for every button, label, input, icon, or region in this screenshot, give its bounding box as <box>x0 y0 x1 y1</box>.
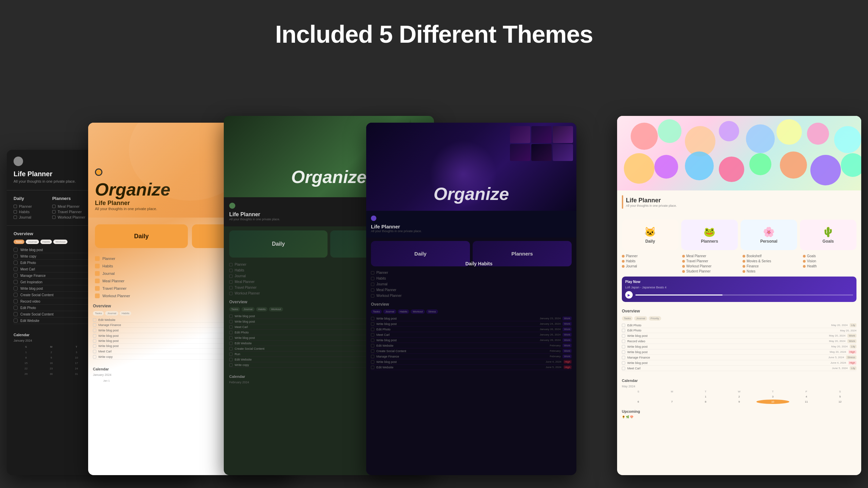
purple-tagline: All your thoughts in one private place. <box>371 229 572 233</box>
purple-filter-med[interactable]: Stress <box>426 309 438 314</box>
kawaii-nav-planner[interactable]: Planner <box>622 253 675 259</box>
purple-nav-habits[interactable]: Habits <box>371 276 572 281</box>
kawaii-nav-health[interactable]: Health <box>803 264 856 269</box>
purple-btn-daily[interactable]: Daily <box>371 241 470 266</box>
music-play-button[interactable]: ▶ <box>625 291 633 299</box>
theme-kawaii[interactable]: Life Planner All your thoughts in one pr… <box>617 116 861 475</box>
dc-31: 31 <box>64 371 89 377</box>
purple-row-6: Edit Website February Work <box>371 343 572 348</box>
dc-16: 16 <box>39 361 63 366</box>
kawaii-nav-dot-meal <box>682 255 685 258</box>
purple-row-4: Meet Carl January 26, 2024 Work <box>371 332 572 338</box>
kawaii-nav-vision[interactable]: Vision <box>803 259 856 264</box>
kawaii-overview-title: Overview <box>622 309 856 313</box>
music-progress-bar[interactable] <box>635 294 853 296</box>
orange-cal-h3 <box>149 379 176 383</box>
dark-nav-journal[interactable]: Journal <box>14 215 32 220</box>
kawaii-blob-9 <box>624 153 654 184</box>
kawaii-nav-notes[interactable]: Notes <box>743 269 796 274</box>
filter-journal[interactable]: Journal <box>26 240 39 244</box>
kawaii-filter-themes[interactable]: Priority <box>649 316 661 321</box>
lofi-btn-daily[interactable]: Daily <box>229 230 328 258</box>
kc-5: 3 <box>756 394 789 399</box>
kawaii-nav-meal[interactable]: Meal Planner <box>682 253 736 259</box>
lofi-filter-habits[interactable]: Habits <box>256 307 268 311</box>
kc-7: 5 <box>824 394 856 399</box>
purple-nav-workout[interactable]: Workout Planner <box>371 293 572 299</box>
kawaii-nav-bookshelf[interactable]: Bookshelf <box>743 253 796 259</box>
purple-filter-journal[interactable]: Journal <box>383 309 396 314</box>
lofi-filter-workout[interactable]: Workout <box>269 307 283 311</box>
dark-logo <box>14 157 23 166</box>
dc-1: 1 <box>14 350 38 355</box>
kawaii-btn-goals[interactable]: 🌵 Goals <box>800 220 856 250</box>
kawaii-nav-goals[interactable]: Goals <box>803 253 856 259</box>
kc-6: 4 <box>790 394 823 399</box>
dc-22: 22 <box>14 366 38 371</box>
kawaii-row-7: Manage Finance June 5, 2024 Stress <box>622 355 856 360</box>
filter-tasks[interactable]: Tasks <box>14 240 24 244</box>
orange-cal-h4 <box>176 379 203 383</box>
purple-nav-journal[interactable]: Journal <box>371 281 572 287</box>
orange-filter-journal[interactable]: Journal <box>105 311 118 316</box>
purple-nav-planner[interactable]: Planner <box>371 270 572 276</box>
kawaii-nav-travel[interactable]: Travel Planner <box>682 259 736 264</box>
orange-filter-habits[interactable]: Habits <box>120 311 132 316</box>
dark-nav-workout[interactable]: Workout Planner <box>52 215 85 220</box>
dark-nav-daily-header: Daily <box>14 196 32 201</box>
theme-purple[interactable]: Life Planner All your thoughts in one pr… <box>366 123 576 475</box>
purple-row-3: Edit Photo January 26, 2024 Work <box>371 327 572 332</box>
dark-nav-planner[interactable]: Planner <box>14 204 32 209</box>
kawaii-nav-journal[interactable]: Journal <box>622 264 675 269</box>
kawaii-btn-daily[interactable]: 🐱 Daily <box>622 220 678 250</box>
purple-filter-workout[interactable]: Workout <box>411 309 425 314</box>
kawaii-nav-dot-planner <box>622 255 625 258</box>
kawaii-filter-journal[interactable]: Journal <box>634 316 647 321</box>
dc-8: 8 <box>14 355 38 360</box>
purple-filter-tasks[interactable]: Tasks <box>371 309 382 314</box>
kawaii-upcoming-title: Upcoming <box>622 409 856 413</box>
kawaii-filter-tasks[interactable]: Tasks <box>622 316 633 321</box>
purple-title: Life Planner <box>371 224 572 229</box>
kawaii-btn-personal[interactable]: 🌸 Personal <box>741 220 797 250</box>
kc-8: 6 <box>622 400 655 404</box>
lofi-filter-journal[interactable]: Journal <box>241 307 254 311</box>
dc-23: 23 <box>39 366 63 371</box>
kawaii-nav-movies[interactable]: Movies & Series <box>743 259 796 264</box>
music-player[interactable]: Play Now Lofi Japan - Japanese Beats 4 ▶ <box>622 277 856 302</box>
dark-nav-travel[interactable]: Travel Planner <box>52 209 85 215</box>
kc-wh: W <box>723 389 755 394</box>
kawaii-header-image <box>617 116 861 190</box>
kawaii-btn-planners[interactable]: 🐸 Planners <box>681 220 738 250</box>
kc-3: 1 <box>689 394 722 399</box>
kc-10: 8 <box>689 400 722 404</box>
kawaii-nav-dot-goals <box>803 255 806 258</box>
lofi-filter-tasks[interactable]: Tasks <box>229 307 240 311</box>
kawaii-nav-habits[interactable]: Habits <box>622 259 675 264</box>
kawaii-nav-dot-notes <box>743 270 745 273</box>
dark-nav-meal[interactable]: Meal Planner <box>52 204 85 209</box>
filter-habits[interactable]: Habits <box>40 240 52 244</box>
purple-btn-planners[interactable]: Planners <box>473 241 572 266</box>
kawaii-blob-7 <box>807 123 829 145</box>
dc-3: 3 <box>64 350 89 355</box>
dark-cal-header-mon: M <box>39 344 63 349</box>
kawaii-blob-13 <box>749 153 771 175</box>
kawaii-nav-student[interactable]: Student Planner <box>682 269 736 274</box>
kawaii-blob-15 <box>810 155 841 185</box>
kc-13: 12 <box>824 400 856 404</box>
purple-row-5: Write blog post January 28, 2024 Work <box>371 338 572 343</box>
orange-btn-daily[interactable]: Daily <box>95 224 188 248</box>
filter-workout[interactable]: Workout <box>53 240 67 244</box>
kawaii-nav-workout[interactable]: Workout Planner <box>682 264 736 269</box>
kawaii-row-8: Write blog post June 4, 2024 High <box>622 360 856 366</box>
orange-filter-tasks[interactable]: Tasks <box>93 311 104 316</box>
kawaii-nav-finance[interactable]: Finance <box>743 264 796 269</box>
purple-filter-habits[interactable]: Habits <box>398 309 410 314</box>
orange-logo <box>95 168 102 176</box>
purple-nav-meal[interactable]: Meal Planner <box>371 287 572 293</box>
dark-nav-habits[interactable]: Habits <box>14 209 32 215</box>
purple-row-9: Write blog post June 4, 2024 High <box>371 359 572 365</box>
kc-4: 2 <box>723 394 755 399</box>
kawaii-goals-label: Goals <box>823 239 834 244</box>
